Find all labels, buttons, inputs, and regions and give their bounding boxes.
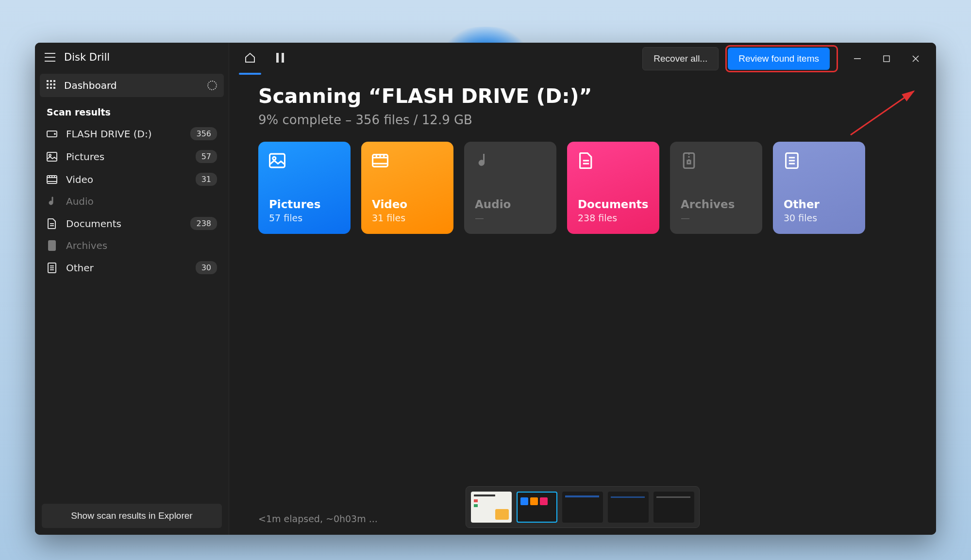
pause-button[interactable] — [265, 43, 295, 75]
preview-thumb-1[interactable] — [471, 492, 512, 523]
main-panel: Recover all... Review found items Scanni… — [229, 43, 936, 535]
sidebar-item-label: FLASH DRIVE (D:) — [66, 128, 182, 140]
sidebar-item-label: Archives — [66, 240, 217, 251]
card-subtitle: 238 files — [578, 213, 649, 223]
content-area: Scanning “FLASH DRIVE (D:)” 9% complete … — [229, 75, 936, 244]
sidebar-item-count: 356 — [190, 127, 217, 140]
sidebar-item-label: Audio — [66, 196, 217, 207]
picture-icon — [269, 152, 285, 169]
category-card-video[interactable]: Video31 files — [361, 142, 453, 234]
svg-point-37 — [273, 157, 276, 160]
sidebar-item-label: Video — [66, 174, 187, 185]
category-card-pictures[interactable]: Pictures57 files — [258, 142, 351, 234]
review-found-items-button[interactable]: Review found items — [728, 48, 830, 70]
svg-rect-48 — [687, 161, 690, 164]
drive-icon — [47, 129, 57, 139]
loading-spinner-icon — [207, 81, 217, 90]
svg-rect-8 — [53, 83, 55, 85]
svg-point-12 — [54, 133, 55, 134]
svg-rect-30 — [276, 53, 279, 63]
picture-icon — [47, 151, 57, 162]
home-tab[interactable] — [235, 43, 265, 75]
sidebar-item-pictures[interactable]: Pictures57 — [35, 145, 229, 168]
sidebar-item-archives[interactable]: Archives — [35, 235, 229, 256]
pause-icon — [276, 53, 284, 65]
svg-rect-7 — [50, 83, 52, 85]
app-title: Disk Drill — [64, 51, 110, 63]
document-icon — [578, 152, 594, 169]
category-card-documents[interactable]: Documents238 files — [567, 142, 659, 234]
dashboard-grid-icon — [47, 80, 55, 91]
sidebar-item-dashboard[interactable]: Dashboard — [40, 74, 224, 97]
menu-icon[interactable] — [45, 53, 55, 62]
annotation-highlight-box: Review found items — [725, 45, 838, 72]
svg-rect-5 — [53, 80, 55, 82]
svg-rect-4 — [50, 80, 52, 82]
video-icon — [47, 174, 57, 185]
home-icon — [244, 52, 256, 66]
archive-icon — [47, 240, 57, 251]
sidebar-item-video[interactable]: Video31 — [35, 168, 229, 191]
scan-subtitle: 9% complete – 356 files / 12.9 GB — [258, 113, 907, 127]
recover-all-button[interactable]: Recover all... — [642, 47, 719, 70]
category-card-audio[interactable]: Audio— — [464, 142, 556, 234]
sidebar-item-count: 238 — [190, 217, 217, 230]
svg-point-14 — [49, 154, 51, 156]
preview-thumb-3[interactable] — [562, 492, 603, 523]
svg-rect-11 — [53, 87, 55, 89]
video-icon — [372, 152, 388, 169]
sidebar-footer: Show scan results in Explorer — [35, 497, 229, 535]
card-subtitle: 30 files — [784, 213, 854, 223]
card-subtitle: 57 files — [269, 213, 340, 223]
svg-rect-33 — [884, 56, 889, 62]
card-title: Pictures — [269, 198, 340, 211]
category-card-other[interactable]: Other30 files — [773, 142, 865, 234]
sidebar-item-count: 30 — [196, 261, 217, 274]
sidebar-header: Disk Drill — [35, 43, 229, 72]
dashboard-label: Dashboard — [64, 80, 199, 91]
archive-icon — [681, 152, 697, 169]
audio-icon — [475, 152, 491, 169]
card-title: Other — [784, 198, 854, 211]
category-card-archives[interactable]: Archives— — [670, 142, 762, 234]
close-button[interactable] — [901, 49, 930, 68]
show-in-explorer-button[interactable]: Show scan results in Explorer — [42, 504, 222, 528]
sidebar-item-audio[interactable]: Audio — [35, 191, 229, 212]
preview-thumb-2[interactable] — [517, 492, 557, 523]
disk-drill-window: Disk Drill Dashboard Scan results FLASH … — [35, 43, 936, 535]
minimize-button[interactable] — [843, 49, 872, 68]
preview-thumb-4[interactable] — [608, 492, 649, 523]
svg-rect-2 — [45, 61, 55, 62]
sidebar-section-heading: Scan results — [35, 99, 229, 122]
sidebar-item-flash-drive-d-[interactable]: FLASH DRIVE (D:)356 — [35, 122, 229, 145]
maximize-button[interactable] — [872, 49, 901, 68]
audio-icon — [47, 196, 57, 207]
card-title: Archives — [681, 198, 752, 211]
svg-rect-6 — [47, 83, 49, 85]
svg-rect-31 — [282, 53, 284, 63]
card-subtitle: — — [681, 213, 752, 223]
svg-rect-13 — [47, 152, 57, 161]
topbar: Recover all... Review found items — [229, 43, 936, 75]
svg-rect-25 — [51, 246, 53, 247]
sidebar-item-label: Documents — [66, 218, 182, 230]
svg-rect-9 — [47, 87, 49, 89]
document-icon — [47, 218, 57, 229]
sidebar: Disk Drill Dashboard Scan results FLASH … — [35, 43, 229, 535]
sidebar-item-other[interactable]: Other30 — [35, 256, 229, 279]
preview-thumb-5[interactable] — [653, 492, 694, 523]
sidebar-item-documents[interactable]: Documents238 — [35, 212, 229, 235]
sidebar-item-count: 57 — [196, 150, 217, 163]
preview-thumbnail-strip — [466, 486, 700, 528]
other-icon — [47, 263, 57, 273]
svg-rect-1 — [45, 57, 55, 58]
svg-rect-3 — [47, 80, 49, 82]
sidebar-item-count: 31 — [196, 173, 217, 186]
card-title: Documents — [578, 198, 649, 211]
scan-title: Scanning “FLASH DRIVE (D:)” — [258, 84, 907, 108]
sidebar-item-label: Other — [66, 262, 187, 274]
svg-rect-36 — [270, 154, 285, 167]
scan-status-text: <1m elapsed, ~0h03m ... — [258, 513, 378, 524]
svg-rect-10 — [50, 87, 52, 89]
svg-rect-0 — [45, 53, 55, 54]
